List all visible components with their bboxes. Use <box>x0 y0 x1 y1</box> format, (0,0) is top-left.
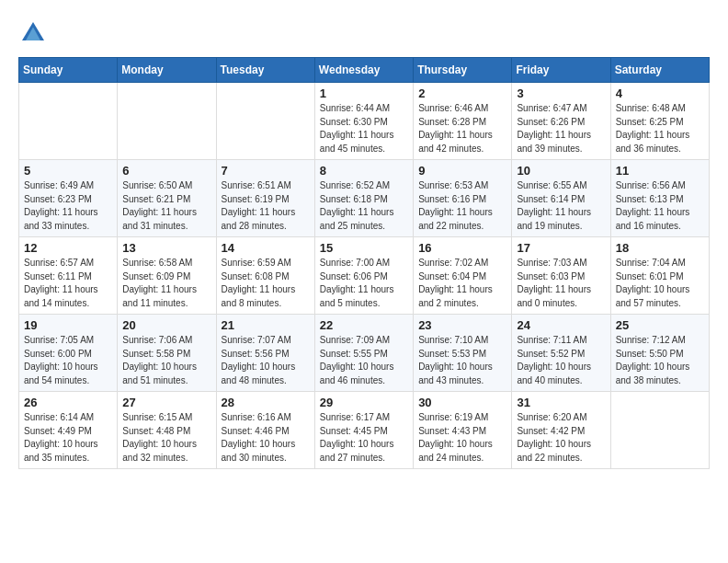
calendar-cell: 18Sunrise: 7:04 AM Sunset: 6:01 PM Dayli… <box>610 237 709 315</box>
day-info: Sunrise: 7:00 AM Sunset: 6:06 PM Dayligh… <box>320 257 408 310</box>
day-info: Sunrise: 6:44 AM Sunset: 6:30 PM Dayligh… <box>320 102 408 155</box>
calendar-cell <box>216 83 314 160</box>
day-number: 5 <box>24 164 112 178</box>
day-of-week-header: Tuesday <box>216 58 314 83</box>
page-header <box>18 18 710 48</box>
calendar-cell <box>118 83 216 160</box>
day-number: 23 <box>418 318 506 332</box>
calendar-cell: 2Sunrise: 6:46 AM Sunset: 6:28 PM Daylig… <box>414 83 512 160</box>
calendar-header-row: SundayMondayTuesdayWednesdayThursdayFrid… <box>19 58 710 83</box>
day-number: 6 <box>122 164 210 178</box>
day-info: Sunrise: 6:49 AM Sunset: 6:23 PM Dayligh… <box>24 179 112 233</box>
day-info: Sunrise: 6:19 AM Sunset: 4:43 PM Dayligh… <box>418 411 506 465</box>
calendar-cell: 27Sunrise: 6:15 AM Sunset: 4:48 PM Dayli… <box>118 392 216 469</box>
day-info: Sunrise: 6:57 AM Sunset: 6:11 PM Dayligh… <box>24 257 112 310</box>
calendar-cell: 10Sunrise: 6:55 AM Sunset: 6:14 PM Dayli… <box>512 160 610 237</box>
calendar-cell: 6Sunrise: 6:50 AM Sunset: 6:21 PM Daylig… <box>118 160 216 237</box>
day-number: 27 <box>122 396 210 409</box>
calendar-cell: 22Sunrise: 7:09 AM Sunset: 5:55 PM Dayli… <box>314 315 413 392</box>
day-of-week-header: Saturday <box>610 58 709 83</box>
day-info: Sunrise: 7:11 AM Sunset: 5:52 PM Dayligh… <box>517 334 605 387</box>
day-info: Sunrise: 7:06 AM Sunset: 5:58 PM Dayligh… <box>122 334 210 387</box>
day-info: Sunrise: 6:47 AM Sunset: 6:26 PM Dayligh… <box>517 102 605 155</box>
day-number: 2 <box>418 86 506 100</box>
day-number: 13 <box>122 241 210 255</box>
day-info: Sunrise: 6:14 AM Sunset: 4:49 PM Dayligh… <box>24 411 112 465</box>
calendar-cell: 19Sunrise: 7:05 AM Sunset: 6:00 PM Dayli… <box>19 315 118 392</box>
day-info: Sunrise: 6:58 AM Sunset: 6:09 PM Dayligh… <box>122 257 210 310</box>
day-number: 25 <box>616 318 704 332</box>
calendar-cell: 31Sunrise: 6:20 AM Sunset: 4:42 PM Dayli… <box>512 392 610 469</box>
calendar-cell: 9Sunrise: 6:53 AM Sunset: 6:16 PM Daylig… <box>414 160 512 237</box>
calendar-cell: 15Sunrise: 7:00 AM Sunset: 6:06 PM Dayli… <box>314 237 413 315</box>
day-info: Sunrise: 6:59 AM Sunset: 6:08 PM Dayligh… <box>222 257 310 310</box>
day-number: 8 <box>320 164 408 178</box>
calendar-table: SundayMondayTuesdayWednesdayThursdayFrid… <box>18 57 710 469</box>
day-info: Sunrise: 7:02 AM Sunset: 6:04 PM Dayligh… <box>418 257 506 310</box>
calendar-week-row: 19Sunrise: 7:05 AM Sunset: 6:00 PM Dayli… <box>19 315 710 392</box>
day-number: 21 <box>222 318 310 332</box>
day-number: 30 <box>418 396 506 409</box>
day-info: Sunrise: 7:12 AM Sunset: 5:50 PM Dayligh… <box>616 334 704 387</box>
calendar-cell: 23Sunrise: 7:10 AM Sunset: 5:53 PM Dayli… <box>414 315 512 392</box>
calendar-cell: 13Sunrise: 6:58 AM Sunset: 6:09 PM Dayli… <box>118 237 216 315</box>
day-info: Sunrise: 6:51 AM Sunset: 6:19 PM Dayligh… <box>222 179 310 233</box>
calendar-cell: 8Sunrise: 6:52 AM Sunset: 6:18 PM Daylig… <box>314 160 413 237</box>
logo <box>18 18 51 48</box>
day-info: Sunrise: 7:03 AM Sunset: 6:03 PM Dayligh… <box>517 257 605 310</box>
day-number: 10 <box>517 164 605 178</box>
calendar-cell: 3Sunrise: 6:47 AM Sunset: 6:26 PM Daylig… <box>512 83 610 160</box>
day-number: 24 <box>517 318 605 332</box>
day-info: Sunrise: 7:10 AM Sunset: 5:53 PM Dayligh… <box>418 334 506 387</box>
day-number: 14 <box>222 241 310 255</box>
day-number: 29 <box>320 396 408 409</box>
day-info: Sunrise: 6:53 AM Sunset: 6:16 PM Dayligh… <box>418 179 506 233</box>
day-info: Sunrise: 7:05 AM Sunset: 6:00 PM Dayligh… <box>24 334 112 387</box>
calendar-cell: 29Sunrise: 6:17 AM Sunset: 4:45 PM Dayli… <box>314 392 413 469</box>
day-number: 11 <box>616 164 704 178</box>
calendar-cell: 20Sunrise: 7:06 AM Sunset: 5:58 PM Dayli… <box>118 315 216 392</box>
day-of-week-header: Thursday <box>414 58 512 83</box>
calendar-cell: 21Sunrise: 7:07 AM Sunset: 5:56 PM Dayli… <box>216 315 314 392</box>
day-info: Sunrise: 7:07 AM Sunset: 5:56 PM Dayligh… <box>222 334 310 387</box>
calendar-week-row: 5Sunrise: 6:49 AM Sunset: 6:23 PM Daylig… <box>19 160 710 237</box>
day-info: Sunrise: 6:52 AM Sunset: 6:18 PM Dayligh… <box>320 179 408 233</box>
calendar-cell: 26Sunrise: 6:14 AM Sunset: 4:49 PM Dayli… <box>19 392 118 469</box>
day-number: 9 <box>418 164 506 178</box>
day-number: 31 <box>517 396 605 409</box>
calendar-cell: 16Sunrise: 7:02 AM Sunset: 6:04 PM Dayli… <box>414 237 512 315</box>
day-info: Sunrise: 6:20 AM Sunset: 4:42 PM Dayligh… <box>517 411 605 465</box>
day-info: Sunrise: 6:48 AM Sunset: 6:25 PM Dayligh… <box>616 102 704 155</box>
day-number: 22 <box>320 318 408 332</box>
day-number: 15 <box>320 241 408 255</box>
day-info: Sunrise: 7:04 AM Sunset: 6:01 PM Dayligh… <box>616 257 704 310</box>
day-info: Sunrise: 6:50 AM Sunset: 6:21 PM Dayligh… <box>122 179 210 233</box>
day-number: 4 <box>616 86 704 100</box>
day-number: 19 <box>24 318 112 332</box>
calendar-cell: 12Sunrise: 6:57 AM Sunset: 6:11 PM Dayli… <box>19 237 118 315</box>
day-number: 28 <box>222 396 310 409</box>
calendar-week-row: 26Sunrise: 6:14 AM Sunset: 4:49 PM Dayli… <box>19 392 710 469</box>
day-number: 7 <box>222 164 310 178</box>
day-info: Sunrise: 6:16 AM Sunset: 4:46 PM Dayligh… <box>222 411 310 465</box>
day-number: 1 <box>320 86 408 100</box>
calendar-cell <box>19 83 118 160</box>
day-info: Sunrise: 6:46 AM Sunset: 6:28 PM Dayligh… <box>418 102 506 155</box>
day-of-week-header: Friday <box>512 58 610 83</box>
calendar-cell: 11Sunrise: 6:56 AM Sunset: 6:13 PM Dayli… <box>610 160 709 237</box>
day-number: 20 <box>122 318 210 332</box>
calendar-cell: 25Sunrise: 7:12 AM Sunset: 5:50 PM Dayli… <box>610 315 709 392</box>
calendar-cell: 1Sunrise: 6:44 AM Sunset: 6:30 PM Daylig… <box>314 83 413 160</box>
calendar-cell: 5Sunrise: 6:49 AM Sunset: 6:23 PM Daylig… <box>19 160 118 237</box>
day-number: 16 <box>418 241 506 255</box>
calendar-cell: 14Sunrise: 6:59 AM Sunset: 6:08 PM Dayli… <box>216 237 314 315</box>
calendar-cell: 28Sunrise: 6:16 AM Sunset: 4:46 PM Dayli… <box>216 392 314 469</box>
calendar-week-row: 1Sunrise: 6:44 AM Sunset: 6:30 PM Daylig… <box>19 83 710 160</box>
calendar-cell: 17Sunrise: 7:03 AM Sunset: 6:03 PM Dayli… <box>512 237 610 315</box>
day-info: Sunrise: 6:55 AM Sunset: 6:14 PM Dayligh… <box>517 179 605 233</box>
calendar-week-row: 12Sunrise: 6:57 AM Sunset: 6:11 PM Dayli… <box>19 237 710 315</box>
day-info: Sunrise: 7:09 AM Sunset: 5:55 PM Dayligh… <box>320 334 408 387</box>
day-info: Sunrise: 6:15 AM Sunset: 4:48 PM Dayligh… <box>122 411 210 465</box>
day-info: Sunrise: 6:17 AM Sunset: 4:45 PM Dayligh… <box>320 411 408 465</box>
day-info: Sunrise: 6:56 AM Sunset: 6:13 PM Dayligh… <box>616 179 704 233</box>
